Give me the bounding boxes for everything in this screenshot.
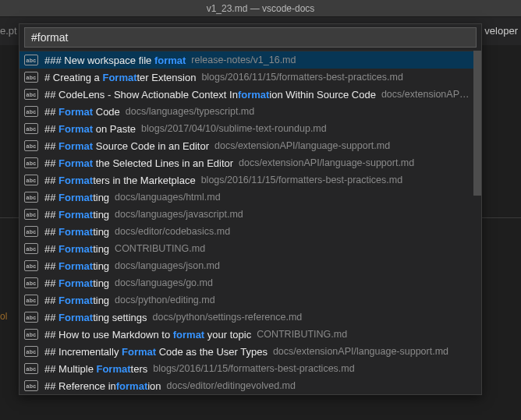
result-path: CONTRIBUTING.md: [257, 329, 347, 340]
quick-open-result[interactable]: abc## FormattingCONTRIBUTING.md: [19, 240, 481, 257]
result-path: docs/extensionAPI/language-support.md: [214, 140, 390, 151]
quick-open-result[interactable]: abc## Formattingdocs/languages/javascrip…: [19, 206, 481, 223]
symbol-string-icon: abc: [24, 175, 38, 185]
quick-open-result[interactable]: abc## Incrementally Format Code as the U…: [19, 343, 481, 360]
symbol-string-icon: abc: [24, 106, 38, 117]
symbol-string-icon: abc: [24, 226, 38, 237]
result-label: ## Formatting: [44, 277, 109, 289]
quick-open-result[interactable]: abc### New workspace file formatrelease-…: [19, 51, 481, 69]
quick-open-result[interactable]: abc## Formatting settingsdocs/python/set…: [19, 309, 481, 326]
quick-open-result[interactable]: abc## Format Source Code in an Editordoc…: [19, 137, 481, 154]
quick-open-result[interactable]: abc## Formattingdocs/python/editing.md: [19, 291, 481, 309]
symbol-string-icon: abc: [24, 123, 38, 134]
result-label: ## Incrementally Format Code as the User…: [44, 346, 268, 358]
result-path: docs/extensionAPI/language-support.md: [273, 346, 448, 357]
result-path: docs/python/editing.md: [115, 295, 215, 305]
symbol-string-icon: abc: [24, 140, 38, 151]
result-path: blogs/2016/11/15/formatters-best-practic…: [153, 363, 354, 374]
result-label: ## Formatting: [44, 209, 109, 221]
quick-open-input[interactable]: [24, 27, 477, 48]
result-path: blogs/2017/04/10/sublime-text-roundup.md: [141, 123, 327, 134]
result-path: docs/editor/editingevolved.md: [167, 380, 296, 391]
quick-open-result[interactable]: abc## Formattingdocs/languages/html.md: [19, 189, 481, 206]
result-label: ## Formatting: [44, 243, 109, 255]
tab-peek-right: veloper: [484, 25, 518, 37]
window-titlebar: v1_23.md — vscode-docs: [0, 0, 521, 17]
result-label: ## Formatting: [44, 192, 109, 203]
symbol-string-icon: abc: [24, 192, 38, 203]
symbol-string-icon: abc: [24, 157, 38, 168]
result-label: ## Format Source Code in an Editor: [44, 140, 209, 152]
quick-open-scrollbar[interactable]: [473, 51, 481, 196]
quick-open-result[interactable]: abc## Format on Pasteblogs/2017/04/10/su…: [19, 120, 481, 137]
result-path: docs/languages/typescript.md: [126, 106, 254, 117]
quick-open-input-wrap: [19, 24, 481, 51]
result-label: ## Format the Selected Lines in an Edito…: [44, 157, 233, 169]
result-path: docs/extensionAPI/language-support.md: [239, 157, 414, 168]
symbol-string-icon: abc: [24, 380, 38, 391]
symbol-string-icon: abc: [24, 295, 38, 305]
window-title: v1_23.md — vscode-docs: [207, 3, 315, 14]
result-path: blogs/2016/11/15/formatters-best-practic…: [201, 175, 402, 185]
quick-open-result[interactable]: abc## CodeLens - Show Actionable Context…: [19, 86, 481, 103]
result-label: ## CodeLens - Show Actionable Context In…: [44, 89, 376, 101]
result-label: ### New workspace file format: [44, 55, 186, 66]
result-label: ## Formatting: [44, 226, 109, 238]
symbol-string-icon: abc: [24, 72, 38, 83]
panel-peek-text: ol: [0, 311, 7, 322]
symbol-string-icon: abc: [24, 277, 38, 288]
quick-open-result[interactable]: abc## Format the Selected Lines in an Ed…: [19, 154, 481, 171]
result-path: docs/extensionAP…: [381, 89, 470, 100]
symbol-string-icon: abc: [24, 55, 38, 65]
result-path: docs/python/settings-reference.md: [153, 312, 303, 323]
quick-open-result[interactable]: abc## Format Codedocs/languages/typescri…: [19, 103, 481, 120]
result-label: ## Reference information: [44, 380, 161, 392]
quick-open-result[interactable]: abc## How to use Markdown to format your…: [19, 326, 481, 343]
result-path: docs/languages/javascript.md: [115, 209, 243, 220]
symbol-string-icon: abc: [24, 243, 38, 254]
result-label: ## How to use Markdown to format your to…: [44, 329, 251, 341]
symbol-string-icon: abc: [24, 346, 38, 357]
result-label: ## Formatters in the Marketplace: [44, 175, 196, 186]
symbol-string-icon: abc: [24, 312, 38, 323]
result-label: ## Format on Paste: [44, 123, 136, 135]
result-path: docs/languages/html.md: [115, 192, 221, 203]
result-label: ## Formatting: [44, 295, 109, 306]
quick-open-result[interactable]: abc## Reference informationdocs/editor/e…: [19, 377, 481, 394]
result-path: docs/languages/go.md: [115, 277, 213, 288]
quick-open-result[interactable]: abc## Formattingdocs/editor/codebasics.m…: [19, 223, 481, 240]
quick-open-result[interactable]: abc# Creating a Formatter Extensionblogs…: [19, 69, 481, 86]
symbol-string-icon: abc: [24, 363, 38, 374]
result-label: ## Formatting settings: [44, 312, 147, 323]
result-label: ## Multiple Formatters: [44, 363, 147, 375]
result-path: blogs/2016/11/15/formatters-best-practic…: [201, 72, 402, 83]
quick-open-widget: abc### New workspace file formatrelease-…: [19, 23, 482, 395]
result-label: # Creating a Formatter Extension: [44, 72, 196, 83]
result-label: ## Format Code: [44, 106, 120, 118]
result-path: docs/editor/codebasics.md: [115, 226, 230, 237]
quick-open-result[interactable]: abc## Formatters in the Marketplaceblogs…: [19, 171, 481, 189]
quick-open-list: abc### New workspace file formatrelease-…: [19, 51, 481, 394]
result-path: release-notes/v1_16.md: [191, 55, 296, 65]
result-label: ## Formatting: [44, 260, 109, 272]
quick-open-result[interactable]: abc## Formattingdocs/languages/json.md: [19, 257, 481, 274]
symbol-string-icon: abc: [24, 89, 38, 100]
result-path: docs/languages/json.md: [115, 260, 220, 271]
quick-open-result[interactable]: abc## Formattingdocs/languages/go.md: [19, 274, 481, 291]
quick-open-result[interactable]: abc## Multiple Formattersblogs/2016/11/1…: [19, 360, 481, 377]
symbol-string-icon: abc: [24, 209, 38, 220]
symbol-string-icon: abc: [24, 260, 38, 271]
tab-peek-left: e.pt: [0, 25, 17, 37]
symbol-string-icon: abc: [24, 329, 38, 340]
result-path: CONTRIBUTING.md: [115, 243, 205, 254]
